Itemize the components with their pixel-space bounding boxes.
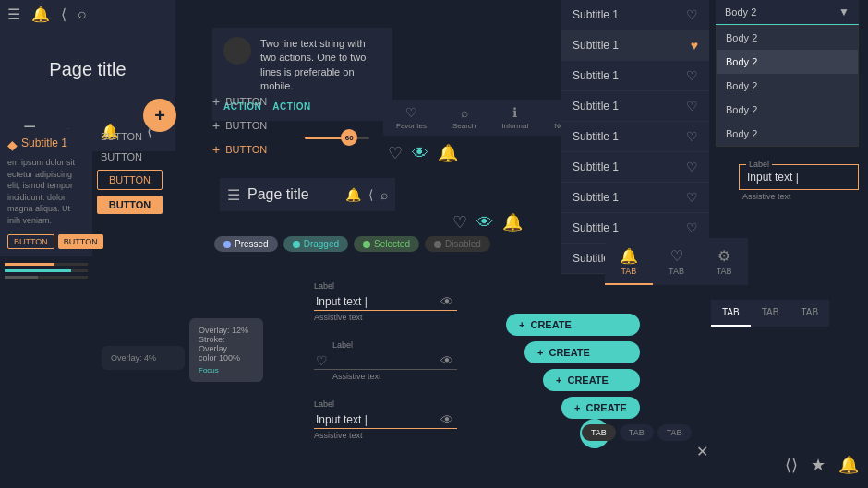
list-heart-7[interactable]: ♡: [686, 220, 698, 235]
list-heart-4[interactable]: ♡: [686, 129, 698, 144]
menu-icon[interactable]: ☰: [7, 6, 20, 23]
list-button-outline[interactable]: BUTTON: [7, 234, 54, 249]
create-btn-1[interactable]: + CREATE: [506, 314, 640, 336]
fab-button[interactable]: +: [143, 99, 176, 132]
heart-icon-btn2[interactable]: ♡: [452, 212, 467, 232]
btn-add-2[interactable]: + BUTTON: [212, 116, 267, 135]
tab-search[interactable]: ⌕ Search: [440, 100, 488, 136]
search-icon[interactable]: ⌕: [78, 6, 87, 22]
close-button[interactable]: ✕: [696, 443, 708, 460]
dropdown-item-3[interactable]: Body 2: [717, 98, 858, 122]
eye-icon-1[interactable]: 👁: [440, 294, 453, 309]
overlay-4-label: Overlay: 4%: [111, 353, 156, 363]
list-subtitle-6: Subtitle 1: [573, 191, 619, 204]
slider-section: 60: [305, 137, 369, 139]
overlay-box-4: Overlay: 4%: [102, 346, 185, 370]
chip-dot-disabled: [434, 241, 441, 248]
dropdown-item-1[interactable]: Body 2: [717, 50, 858, 74]
tab-text-0[interactable]: TAB: [711, 300, 751, 327]
input-group-3: Label 👁 Assistive text: [314, 399, 457, 440]
button-text-2[interactable]: BUTTON: [97, 149, 163, 164]
eye-icon-2[interactable]: 👁: [440, 353, 453, 368]
tab-btn-1[interactable]: ♡ TAB: [653, 238, 701, 285]
dropdown-item-2[interactable]: Body 2: [717, 74, 858, 98]
button-filled[interactable]: BUTTON: [97, 196, 163, 214]
menu-icon2[interactable]: ☰: [227, 186, 240, 204]
tab-informal[interactable]: ℹ Informal: [488, 100, 541, 136]
list-item-6[interactable]: Subtitle 1 ♡: [561, 183, 709, 213]
eye-icon-btn2[interactable]: 👁: [476, 213, 493, 232]
bell-icon3[interactable]: 🔔: [345, 187, 361, 202]
share-icon[interactable]: ⟨: [61, 6, 66, 23]
tfo-assistive: Assistive text: [739, 192, 859, 201]
dropdown-arrow-icon: ▼: [838, 6, 850, 18]
list-item-2[interactable]: Subtitle 1 ♡: [561, 61, 709, 91]
dropdown-item-4[interactable]: Body 2: [717, 122, 858, 146]
buttons-column: BUTTON BUTTON BUTTON BUTTON: [97, 129, 163, 214]
input-field-1[interactable]: [314, 293, 457, 311]
tab-text-2[interactable]: TAB: [790, 300, 829, 327]
chip-pressed[interactable]: Pressed: [214, 236, 278, 252]
list-heart-3[interactable]: ♡: [686, 99, 698, 113]
tab-favorites[interactable]: ♡ Favorites: [383, 100, 440, 136]
dropdown-trigger[interactable]: Body 2 ▼: [716, 0, 859, 25]
list-heart-0[interactable]: ♡: [686, 7, 698, 22]
btn-add-1[interactable]: + BUTTON: [212, 92, 267, 111]
create-btn-4[interactable]: + CREATE: [561, 397, 640, 419]
chip-selected[interactable]: Selected: [354, 236, 419, 252]
input-assistive-2: Assistive text: [314, 372, 457, 381]
list-item-1[interactable]: Subtitle 1 ♥: [561, 30, 709, 61]
create-btn-3[interactable]: + CREATE: [543, 369, 640, 391]
input-field-2[interactable]: [314, 352, 457, 370]
share-icon-br[interactable]: ⟨⟩: [785, 455, 798, 475]
create-label-4: CREATE: [585, 402, 626, 413]
list-card: ◆ Subtitle 1 em ipsum dolor sit ectetur …: [0, 129, 92, 256]
eye-icon-btn[interactable]: 👁: [412, 144, 428, 163]
dropdown-item-0[interactable]: Body 2: [717, 26, 858, 50]
button-outlined[interactable]: BUTTON: [97, 170, 163, 190]
slider-thumb[interactable]: 60: [341, 129, 357, 146]
list-heart-2[interactable]: ♡: [686, 68, 698, 83]
list-subtitle-1: Subtitle 1: [573, 39, 619, 52]
button-text-1[interactable]: BUTTON: [97, 129, 163, 144]
list-heart-5[interactable]: ♡: [686, 160, 698, 174]
info-icon: ℹ: [512, 105, 517, 120]
list-item-0[interactable]: Subtitle 1 ♡: [561, 0, 709, 30]
plus-icon-3: +: [212, 142, 220, 157]
input-group-1: Label 👁 Assistive text: [314, 281, 457, 322]
heart-icon-btn[interactable]: ♡: [388, 143, 403, 163]
list-item-3[interactable]: Subtitle 1 ♡: [561, 91, 709, 122]
input-field-3[interactable]: [314, 411, 457, 429]
notifications-icon[interactable]: 🔔: [31, 6, 50, 23]
star-icon-br[interactable]: ★: [811, 455, 826, 475]
small-tab-2[interactable]: TAB: [657, 424, 692, 441]
list-button-filled[interactable]: BUTTON: [58, 234, 103, 249]
slider-track[interactable]: 60: [305, 137, 369, 139]
small-tab-1[interactable]: TAB: [620, 424, 654, 441]
tab-text-1[interactable]: TAB: [751, 300, 790, 327]
search-icon3[interactable]: ⌕: [380, 187, 388, 202]
tab-label-1: TAB: [669, 267, 684, 276]
list-heart-6[interactable]: ♡: [686, 190, 698, 205]
btn-add-label-1: BUTTON: [225, 96, 267, 107]
tab-label-0: TAB: [621, 267, 636, 276]
chip-dragged-label: Dragged: [304, 239, 339, 249]
bottom-tabs-nav: ♡ Favorites ⌕ Search ℹ Informal 🔔 Notifi…: [383, 100, 563, 136]
share-icon3[interactable]: ⟨: [368, 187, 373, 202]
small-tab-0[interactable]: TAB: [582, 424, 616, 441]
bell-icon-btn2[interactable]: 🔔: [502, 212, 523, 232]
bell-icon-br[interactable]: 🔔: [838, 455, 859, 475]
create-label-2: CREATE: [549, 347, 589, 358]
chip-dragged[interactable]: Dragged: [283, 236, 348, 252]
list-heart-1[interactable]: ♥: [691, 38, 698, 53]
focus-label: Focus: [199, 366, 254, 375]
list-item-4[interactable]: Subtitle 1 ♡: [561, 122, 709, 152]
btn-add-3[interactable]: + BUTTON: [212, 140, 267, 159]
eye-icon-3[interactable]: 👁: [440, 412, 453, 427]
action-btn-2[interactable]: ACTION: [272, 101, 310, 112]
tab-btn-2[interactable]: ⚙ TAB: [700, 238, 748, 285]
bell-icon-btn[interactable]: 🔔: [438, 143, 458, 163]
create-btn-2[interactable]: + CREATE: [524, 341, 640, 363]
list-item-5[interactable]: Subtitle 1 ♡: [561, 152, 709, 183]
tab-btn-0[interactable]: 🔔 TAB: [605, 238, 653, 285]
